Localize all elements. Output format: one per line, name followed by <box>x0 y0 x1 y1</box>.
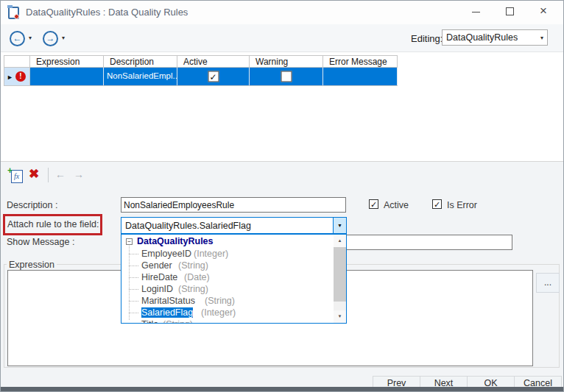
attach-field-dropdown-button[interactable]: ▼ <box>333 218 346 233</box>
tree-connector-line <box>129 254 138 254</box>
attach-field-label: Attach rule to the field: <box>7 219 99 229</box>
add-plus-icon: + <box>7 165 13 176</box>
description-input[interactable] <box>121 197 346 213</box>
forward-dropdown-caret-icon[interactable]: ▾ <box>62 35 65 41</box>
grid-header-warning[interactable]: Warning <box>250 56 323 67</box>
tree-item-loginid[interactable]: LoginID (String) <box>121 283 334 295</box>
fx-icon: fx <box>14 172 19 180</box>
back-button[interactable]: ← <box>10 31 25 46</box>
tree-connector-line <box>129 313 138 313</box>
grid-header-description[interactable]: Description <box>104 56 177 67</box>
navigation-toolbar: ← ▾ → ▾ Editing: DataQualityRules ▾ <box>1 24 563 52</box>
delete-rule-button[interactable]: ✖ <box>29 166 39 182</box>
window-bottom-edge <box>1 387 563 391</box>
scroll-up-icon: ▲ <box>338 238 342 243</box>
current-row-arrow-icon: ► <box>7 74 13 81</box>
combo-caret-icon: ▼ <box>337 223 342 228</box>
window-title: DataQualityRules : Data Quality Rules <box>26 7 188 18</box>
close-button[interactable]: × <box>528 1 559 21</box>
tree-item-name: LoginID <box>141 284 173 294</box>
tree-item-gender[interactable]: Gender (String) <box>121 260 334 271</box>
maximize-button[interactable] <box>494 1 525 21</box>
rules-grid-area: Expression Description Active Warning Er… <box>1 52 563 161</box>
active-label: Active <box>384 200 409 210</box>
rules-grid: Expression Description Active Warning Er… <box>4 55 398 86</box>
grid-header-row: Expression Description Active Warning Er… <box>4 55 398 68</box>
is-error-label: Is Error <box>447 200 477 210</box>
scroll-down-button[interactable]: ▼ <box>334 310 346 323</box>
previous-arrow-icon: ← <box>55 168 66 180</box>
editing-combobox[interactable]: DataQualityRules ▾ <box>442 29 548 46</box>
previous-rule-button[interactable]: ← <box>55 168 66 180</box>
toolbar-separator <box>48 168 49 182</box>
tree-item-employeeid[interactable]: EmployeeID (Integer) <box>121 248 334 260</box>
expression-builder-button[interactable]: ... <box>536 273 560 293</box>
tree-item-maritalstatus[interactable]: MaritalStatus (String) <box>121 295 334 307</box>
grid-header-expression[interactable]: Expression <box>30 56 104 67</box>
tree-connector-line <box>129 301 138 302</box>
tree-item-type: (Integer) <box>201 307 236 318</box>
tree-item-name: EmployeeID <box>141 249 191 259</box>
tree-item-type: (String) <box>178 284 208 294</box>
cell-warning[interactable] <box>250 68 323 85</box>
row-error-icon: ! <box>15 71 26 82</box>
check-icon: ✓ <box>370 200 377 209</box>
check-icon: ✓ <box>434 200 440 209</box>
is-error-checkbox[interactable]: ✓ <box>432 199 442 209</box>
tree-item-type: (String) <box>205 296 235 306</box>
attach-field-combobox[interactable]: DataQualityRules.SalariedFlag ▼ <box>121 217 347 234</box>
tree-item-hiredate[interactable]: HireDate (Date) <box>121 271 334 283</box>
rule-detail-panel: fx + ✖ ← → Description : ✓ Active ✓ Is E… <box>1 161 563 388</box>
description-label: Description : <box>7 200 57 210</box>
attach-field-annotation-box: Attach rule to the field: <box>3 214 102 235</box>
cell-description[interactable]: NonSalariedEmpl... <box>104 68 177 85</box>
tree-connector-line <box>129 277 138 278</box>
cell-expression[interactable] <box>30 68 104 85</box>
close-icon: × <box>528 1 559 21</box>
scroll-up-button[interactable]: ▲ <box>334 235 346 247</box>
warning-checkbox[interactable] <box>281 71 292 82</box>
dropdown-scrollbar[interactable]: ▲ ▼ <box>334 235 346 323</box>
delete-x-icon: ✖ <box>29 167 39 181</box>
maximize-icon <box>506 7 514 15</box>
minimize-button[interactable] <box>460 1 491 21</box>
tree-item-type: (Date) <box>184 272 210 282</box>
tree-item-type: (String) <box>163 319 193 324</box>
add-rule-button[interactable]: fx + <box>11 170 23 183</box>
grid-selected-row[interactable]: ► ! NonSalariedEmpl... ✓ <box>4 68 398 86</box>
tree-item-name: Gender <box>141 260 172 271</box>
grid-header-active[interactable]: Active <box>177 56 250 67</box>
tree-item-name-selected: SalariedFlag <box>141 307 193 318</box>
scroll-down-icon: ▼ <box>338 314 342 318</box>
tree-root-node[interactable]: − DataQualityRules <box>121 236 346 248</box>
tree-item-title-clipped[interactable]: Title (String) <box>121 318 334 324</box>
active-checkbox-detail[interactable]: ✓ <box>369 199 378 209</box>
tree-connector-line <box>129 289 138 290</box>
app-icon-tab <box>7 5 13 8</box>
dialog-window: DataQualityRules : Data Quality Rules × … <box>0 0 564 392</box>
grid-header-error-message[interactable]: Error Message <box>323 56 398 67</box>
minimize-icon <box>472 12 480 13</box>
app-icon-dot <box>14 14 19 19</box>
cell-error-message[interactable] <box>323 68 398 85</box>
cell-active[interactable]: ✓ <box>177 68 250 85</box>
field-picker-dropdown: − DataQualityRules EmployeeID (Integer) … <box>121 234 347 324</box>
forward-button[interactable]: → <box>43 31 58 46</box>
editing-label: Editing: <box>411 33 443 44</box>
active-checkbox[interactable]: ✓ <box>208 71 219 82</box>
editing-caret-icon: ▾ <box>540 35 543 41</box>
scrollbar-thumb[interactable] <box>334 247 346 302</box>
tree-item-salariedflag-selected[interactable]: SalariedFlag (Integer) <box>121 307 334 318</box>
tree-item-name: MaritalStatus <box>141 296 195 306</box>
back-dropdown-caret-icon[interactable]: ▾ <box>29 35 32 41</box>
next-rule-button[interactable]: → <box>74 168 84 180</box>
editing-combobox-value: DataQualityRules <box>446 32 518 43</box>
row-selector-cell[interactable]: ► ! <box>4 68 30 85</box>
tree-connector-line <box>129 266 138 266</box>
forward-arrow-icon: → <box>46 33 55 43</box>
tree-item-type: (Integer) <box>194 249 228 259</box>
tree-collapse-icon[interactable]: − <box>126 238 133 245</box>
tree-root-label[interactable]: DataQualityRules <box>137 236 214 246</box>
tree-item-name: Title <box>141 319 158 324</box>
next-arrow-icon: → <box>74 168 84 180</box>
